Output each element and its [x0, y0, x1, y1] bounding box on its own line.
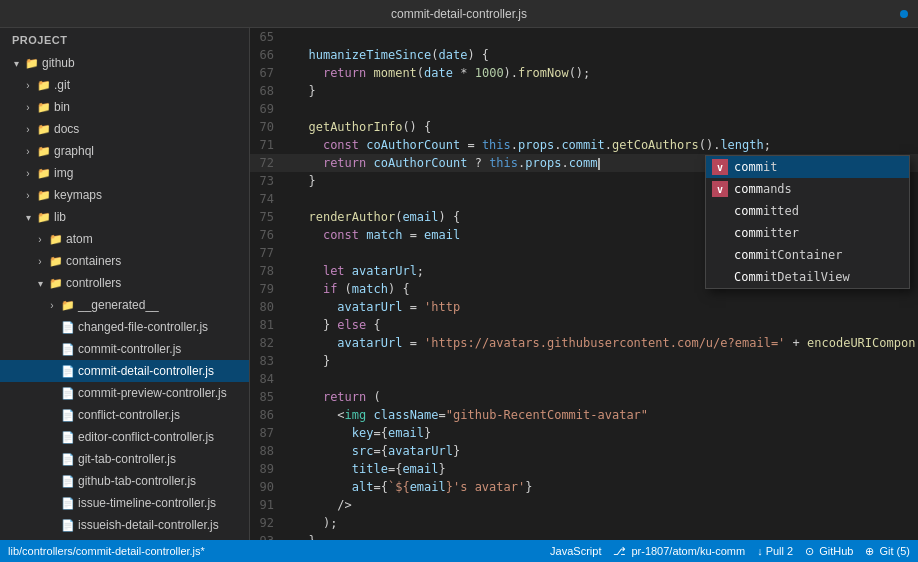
ac-item-commitdetailview[interactable]: CommitDetailView: [706, 266, 909, 288]
sidebar-item-containers[interactable]: 📁 containers: [0, 250, 249, 272]
sidebar-item-git-tab[interactable]: 📄 git-tab-controller.js: [0, 448, 249, 470]
folder-icon: 📁: [36, 77, 52, 93]
item-label: lib: [54, 210, 66, 224]
line-number: 83: [250, 352, 286, 370]
line-number: 66: [250, 46, 286, 64]
line-code: const coAuthorCount = this.props.commit.…: [286, 136, 918, 154]
expand-arrow: [44, 297, 60, 313]
sidebar-item-issue-timeline[interactable]: 📄 issue-timeline-controller.js: [0, 492, 249, 514]
sidebar-item-editor-conflict[interactable]: 📄 editor-conflict-controller.js: [0, 426, 249, 448]
sidebar-item-issueish-detail[interactable]: 📄 issueish-detail-controller.js: [0, 514, 249, 536]
table-row: 67 return moment(date * 1000).fromNow();: [250, 64, 918, 82]
expand-arrow: [20, 77, 36, 93]
line-number: 85: [250, 388, 286, 406]
ac-item-commit[interactable]: v commit: [706, 156, 909, 178]
sidebar-item-bin[interactable]: 📁 bin: [0, 96, 249, 118]
line-code: avatarUrl = 'https://avatars.githubuserc…: [286, 334, 918, 352]
line-code: [286, 100, 918, 118]
sidebar-item-keymaps[interactable]: 📁 keymaps: [0, 184, 249, 206]
line-code: alt={`${email}'s avatar'}: [286, 478, 918, 496]
item-label: containers: [66, 254, 121, 268]
status-git[interactable]: ⊕ Git (5): [865, 545, 910, 558]
folder-icon: 📁: [60, 297, 76, 313]
sidebar-item-controllers[interactable]: 📁 controllers: [0, 272, 249, 294]
line-code: return (: [286, 388, 918, 406]
expand-arrow: [20, 165, 36, 181]
table-row: 66 humanizeTimeSince(date) {: [250, 46, 918, 64]
git-label: Git (5): [879, 545, 910, 557]
autocomplete-dropdown[interactable]: v commit v commands committed committer: [705, 155, 910, 289]
line-code: }: [286, 532, 918, 540]
line-number: 74: [250, 190, 286, 208]
table-row: 93 }: [250, 532, 918, 540]
code-area[interactable]: 65 66 humanizeTimeSince(date) { 67 retur…: [250, 28, 918, 540]
folder-icon: 📁: [36, 165, 52, 181]
status-branch[interactable]: ⎇ pr-1807/atom/ku-comm: [613, 545, 745, 558]
line-number: 86: [250, 406, 286, 424]
line-number: 89: [250, 460, 286, 478]
line-code: src={avatarUrl}: [286, 442, 918, 460]
sidebar-item-commit-controller[interactable]: 📄 commit-controller.js: [0, 338, 249, 360]
line-code: [286, 28, 918, 46]
table-row: 81 } else {: [250, 316, 918, 334]
folder-icon: 📁: [48, 231, 64, 247]
ac-badge: [712, 225, 728, 241]
item-label: issueish-detail-controller.js: [78, 518, 219, 532]
table-row: 86 <img className="github-RecentCommit-a…: [250, 406, 918, 424]
item-label: github: [42, 56, 75, 70]
ac-item-commitcontainer[interactable]: commitContainer: [706, 244, 909, 266]
expand-arrow: [32, 253, 48, 269]
ac-text: commitContainer: [734, 248, 842, 262]
ac-item-commands[interactable]: v commands: [706, 178, 909, 200]
sidebar-item-img[interactable]: 📁 img: [0, 162, 249, 184]
file-icon: 📄: [60, 407, 76, 423]
sidebar-item-changed-file[interactable]: 📄 changed-file-controller.js: [0, 316, 249, 338]
expand-arrow: [20, 209, 36, 225]
sidebar-item-graphql[interactable]: 📁 graphql: [0, 140, 249, 162]
expand-arrow: [8, 55, 24, 71]
file-icon: 📄: [60, 319, 76, 335]
line-code: <img className="github-RecentCommit-avat…: [286, 406, 918, 424]
sidebar-item-lib[interactable]: 📁 lib: [0, 206, 249, 228]
ac-text: CommitDetailView: [734, 270, 850, 284]
sidebar-item-commit-preview[interactable]: 📄 commit-preview-controller.js: [0, 382, 249, 404]
folder-icon: 📁: [36, 99, 52, 115]
github-label: GitHub: [819, 545, 853, 557]
sidebar-item-conflict[interactable]: 📄 conflict-controller.js: [0, 404, 249, 426]
line-number: 93: [250, 532, 286, 540]
item-label: github-tab-controller.js: [78, 474, 196, 488]
status-pulls[interactable]: ↓ Pull 2: [757, 545, 793, 557]
sidebar-item-docs[interactable]: 📁 docs: [0, 118, 249, 140]
editor-title: commit-detail-controller.js: [391, 7, 527, 21]
git-icon: ⊕: [865, 545, 874, 558]
item-label: commit-detail-controller.js: [78, 364, 214, 378]
item-label: __generated__: [78, 298, 159, 312]
ac-badge: v: [712, 159, 728, 175]
folder-icon: 📁: [48, 253, 64, 269]
sidebar-item-atom[interactable]: 📁 atom: [0, 228, 249, 250]
language-label: JavaScript: [550, 545, 601, 557]
sidebar-item-github-tab[interactable]: 📄 github-tab-controller.js: [0, 470, 249, 492]
status-language[interactable]: JavaScript: [550, 545, 601, 557]
line-code: getAuthorInfo() {: [286, 118, 918, 136]
status-bar: lib/controllers/commit-detail-controller…: [0, 540, 918, 562]
line-number: 75: [250, 208, 286, 226]
top-bar: commit-detail-controller.js: [0, 0, 918, 28]
main-layout: Project 📁 github 📁 .git 📁 bin 📁 docs 📁 g…: [0, 28, 918, 540]
line-code: title={email}: [286, 460, 918, 478]
sidebar-item-git[interactable]: 📁 .git: [0, 74, 249, 96]
sidebar-item-commit-detail-controller[interactable]: 📄 commit-detail-controller.js: [0, 360, 249, 382]
item-label: img: [54, 166, 73, 180]
sidebar-item-generated[interactable]: 📁 __generated__: [0, 294, 249, 316]
expand-arrow: [20, 99, 36, 115]
status-github[interactable]: ⊙ GitHub: [805, 545, 853, 558]
item-label: changed-file-controller.js: [78, 320, 208, 334]
sidebar-item-github[interactable]: 📁 github: [0, 52, 249, 74]
item-label: conflict-controller.js: [78, 408, 180, 422]
folder-icon: 📁: [36, 187, 52, 203]
ac-item-committed[interactable]: committed: [706, 200, 909, 222]
expand-arrow: [20, 121, 36, 137]
ac-item-committer[interactable]: committer: [706, 222, 909, 244]
line-code: [286, 370, 918, 388]
branch-label: pr-1807/atom/ku-comm: [631, 545, 745, 557]
